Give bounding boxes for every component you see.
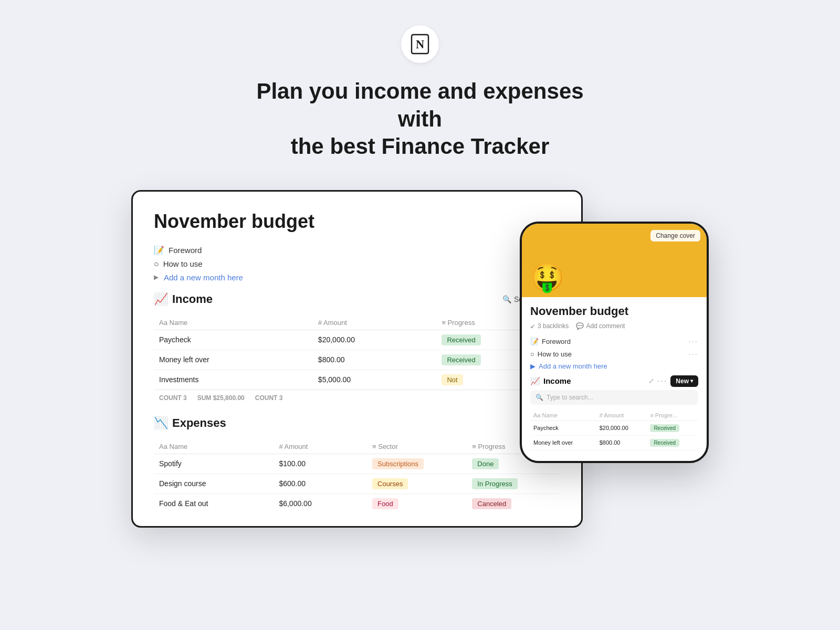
income-table-footer: COUNT 3 SUM $25,800.00 COUNT 3 <box>154 390 560 406</box>
cover-emoji: 🤑 <box>530 264 564 291</box>
income-icon: 📈 <box>530 376 540 386</box>
expenses-table: Aa Name # Amount ≡ Sector ≡ Progress Spo… <box>154 439 560 513</box>
expense-name-design: Design course <box>154 474 274 494</box>
svg-text:N: N <box>416 38 424 51</box>
income-title: 📈 Income <box>154 292 213 306</box>
status-badge: Received <box>650 439 679 447</box>
search-icon: 🔍 <box>536 394 543 401</box>
expense-progress-food: Canceled <box>467 494 560 513</box>
expenses-col-amount: # Amount <box>274 439 367 454</box>
desktop-page-title: November budget <box>154 211 560 233</box>
more-icon[interactable]: ··· <box>688 337 698 346</box>
mobile-income-header: 📈 Income ⤢ ··· New ▾ <box>530 375 698 387</box>
mobile-nav-foreword[interactable]: 📝 Foreword ··· <box>530 337 698 346</box>
sector-badge: Food <box>372 498 398 509</box>
mobile-cover: 🤑 Change cover <box>522 224 707 297</box>
expense-progress-design: In Progress <box>467 474 560 494</box>
mobile-col-amount: # Amount <box>596 410 647 421</box>
mobile-content: November budget ↙ 3 backlinks 💬 Add comm… <box>522 297 707 461</box>
table-row[interactable]: Design course $600.00 Courses In Progres… <box>154 474 560 494</box>
backlinks-icon: ↙ <box>530 322 536 330</box>
income-amount-paycheck: $20,000.00 <box>313 330 437 350</box>
nav-how-to-use[interactable]: ○ How to use <box>154 259 560 269</box>
status-badge: Received <box>442 334 480 345</box>
hero-title: Plan you income and expenses with the be… <box>242 78 598 161</box>
change-cover-button[interactable]: Change cover <box>650 230 700 242</box>
expenses-icon: 📉 <box>154 416 168 430</box>
mobile-col-name: Aa Name <box>530 410 596 421</box>
mobile-income-progress-paycheck: Received <box>647 421 698 435</box>
status-badge: Not <box>442 374 463 385</box>
mobile-nav-how-to-use[interactable]: ○ How to use ··· <box>530 350 698 359</box>
income-table: Aa Name # Amount ≡ Progress Paycheck $20… <box>154 316 560 390</box>
income-name-mlo: Money left over <box>154 350 313 370</box>
income-name-paycheck: Paycheck <box>154 330 313 350</box>
mobile-income-amount-paycheck: $20,000.00 <box>596 421 647 435</box>
more-icon[interactable]: ··· <box>688 350 698 359</box>
comment-icon: 💬 <box>576 322 584 330</box>
how-to-use-icon: ○ <box>530 350 534 358</box>
hero-section: N Plan you income and expenses with the … <box>0 0 840 161</box>
how-to-use-icon: ○ <box>154 259 159 269</box>
mobile-nav-add-month[interactable]: ▶ Add a new month here <box>530 362 698 370</box>
table-row[interactable]: Spotify $100.00 Subscriptions Done <box>154 454 560 474</box>
nav-add-month[interactable]: ▶ Add a new month here <box>154 273 560 282</box>
mobile-search-bar[interactable]: 🔍 Type to search... <box>530 390 698 405</box>
mobile-meta: ↙ 3 backlinks 💬 Add comment <box>530 322 698 330</box>
triangle-icon: ▶ <box>530 362 536 370</box>
expenses-title: 📉 Expenses <box>154 416 226 430</box>
status-badge: Done <box>472 458 499 469</box>
foreword-icon: 📝 <box>154 245 164 255</box>
table-row[interactable]: Food & Eat out $6,000.00 Food Canceled <box>154 494 560 513</box>
mobile-col-progress: ≡ Progre... <box>647 410 698 421</box>
income-name-investments: Investments <box>154 370 313 390</box>
status-badge: Received <box>650 424 679 432</box>
status-badge: Canceled <box>472 498 511 509</box>
table-row[interactable]: Paycheck $20,000.00 Received <box>530 421 698 435</box>
sector-badge: Subscriptions <box>372 458 424 469</box>
new-button[interactable]: New ▾ <box>670 375 698 387</box>
expenses-col-name: Aa Name <box>154 439 274 454</box>
income-amount-mlo: $800.00 <box>313 350 437 370</box>
sector-badge: Courses <box>372 478 408 489</box>
income-col-amount: # Amount <box>313 316 437 330</box>
foreword-icon: 📝 <box>530 338 539 345</box>
expense-sector-spotify: Subscriptions <box>367 454 467 474</box>
status-badge: Received <box>442 354 480 365</box>
expand-icon[interactable]: ⤢ <box>648 377 654 385</box>
expense-name-spotify: Spotify <box>154 454 274 474</box>
mobile-income-amount-mlo: $800.00 <box>596 435 647 450</box>
chevron-down-icon: ▾ <box>690 378 693 384</box>
nav-foreword[interactable]: 📝 Foreword <box>154 245 560 255</box>
add-comment[interactable]: 💬 Add comment <box>576 322 625 330</box>
status-badge: In Progress <box>472 478 517 489</box>
table-row[interactable]: Investments $5,000.00 Not <box>154 370 560 390</box>
triangle-icon: ▶ <box>154 274 159 281</box>
expense-amount-spotify: $100.00 <box>274 454 367 474</box>
mockup-container: November budget 📝 Foreword ○ How to use … <box>131 190 709 558</box>
mobile-income-name-paycheck: Paycheck <box>530 421 596 435</box>
mobile-income-title: 📈 Income <box>530 376 571 386</box>
table-row[interactable]: Money left over $800.00 Received <box>530 435 698 450</box>
table-row[interactable]: Paycheck $20,000.00 Received <box>154 330 560 350</box>
table-row[interactable]: Money left over $800.00 Received <box>154 350 560 370</box>
mobile-page-title: November budget <box>530 304 698 318</box>
text-icon: Aa <box>159 319 167 327</box>
expenses-section-header: 📉 Expenses <box>154 416 560 434</box>
expense-sector-design: Courses <box>367 474 467 494</box>
income-icon: 📈 <box>154 292 168 306</box>
search-icon: 🔍 <box>502 295 511 303</box>
expense-name-food: Food & Eat out <box>154 494 274 513</box>
income-section-header: 📈 Income 🔍 Search ⤢ ··· <box>154 292 560 310</box>
more-icon[interactable]: ··· <box>657 376 667 386</box>
expense-amount-food: $6,000.00 <box>274 494 367 513</box>
expense-sector-food: Food <box>367 494 467 513</box>
mobile-income-progress-mlo: Received <box>647 435 698 450</box>
mobile-mockup: 🤑 Change cover November budget ↙ 3 backl… <box>520 222 709 463</box>
mobile-income-table: Aa Name # Amount ≡ Progre... Paycheck $2… <box>530 410 698 450</box>
mobile-income-actions: ⤢ ··· New ▾ <box>648 375 698 387</box>
notion-logo: N <box>401 25 439 63</box>
mobile-income-name-mlo: Money left over <box>530 435 596 450</box>
income-col-name: Aa Name <box>154 316 313 330</box>
backlinks[interactable]: ↙ 3 backlinks <box>530 322 569 330</box>
